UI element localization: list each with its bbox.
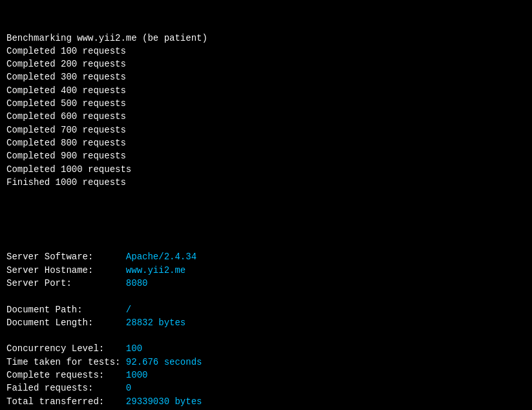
stat-line: Server Software: Apache/2.4.34 — [6, 250, 526, 263]
stat-line: Total transferred: 29339030 bytes — [6, 395, 526, 408]
terminal-line: Completed 1000 requests — [6, 163, 526, 176]
stat-value: 100 — [126, 343, 142, 354]
stat-value: 28832 bytes — [126, 318, 186, 328]
stat-line: Server Hostname: www.yii2.me — [6, 264, 526, 277]
stat-label: Document Path: — [6, 305, 126, 315]
stat-label: Total transferred: — [6, 396, 126, 407]
stat-label: Failed requests: — [6, 383, 126, 393]
stat-label: Time taken for tests: — [6, 357, 126, 367]
terminal-line: Completed 400 requests — [6, 84, 526, 97]
terminal-line: Completed 500 requests — [6, 97, 526, 110]
stat-line — [6, 290, 526, 303]
stat-value: www.yii2.me — [126, 265, 186, 275]
stat-value: 0 — [126, 383, 131, 393]
stat-value: 1000 — [126, 370, 148, 380]
stat-line: Server Port: 8080 — [6, 277, 526, 290]
terminal-line: Completed 200 requests — [6, 58, 526, 70]
stat-label: Server Hostname: — [6, 265, 126, 275]
stat-value: Apache/2.4.34 — [126, 252, 197, 262]
stat-line — [6, 329, 526, 342]
stat-value: / — [126, 305, 131, 315]
terminal-line: Benchmarking www.yii2.me (be patient) — [6, 32, 526, 45]
stat-label: Concurrency Level: — [6, 343, 126, 354]
stat-line: Concurrency Level: 100 — [6, 342, 526, 355]
stat-line: Time taken for tests: 92.676 seconds — [6, 356, 526, 369]
terminal-output: Benchmarking www.yii2.me (be patient)Com… — [6, 5, 526, 410]
stat-label: Server Port: — [6, 278, 126, 288]
terminal-line: Completed 700 requests — [6, 124, 526, 136]
terminal-line: Completed 900 requests — [6, 149, 526, 162]
terminal-line: Completed 800 requests — [6, 136, 526, 149]
terminal-line: Finished 1000 requests — [6, 176, 526, 189]
stat-line: Document Path: / — [6, 303, 526, 316]
stat-label: Server Software: — [6, 252, 126, 262]
terminal-line: Completed 300 requests — [6, 70, 526, 83]
stat-value: 92.676 seconds — [126, 357, 202, 367]
stat-line: Document Length: 28832 bytes — [6, 316, 526, 329]
stat-value: 29339030 bytes — [126, 396, 202, 407]
terminal-line: Completed 600 requests — [6, 110, 526, 123]
stat-label: Complete requests: — [6, 370, 126, 380]
stat-line: Complete requests: 1000 — [6, 369, 526, 382]
stat-value: 8080 — [126, 278, 148, 288]
terminal-line: Completed 100 requests — [6, 45, 526, 58]
stat-label: Document Length: — [6, 318, 126, 328]
stat-line: Failed requests: 0 — [6, 382, 526, 394]
